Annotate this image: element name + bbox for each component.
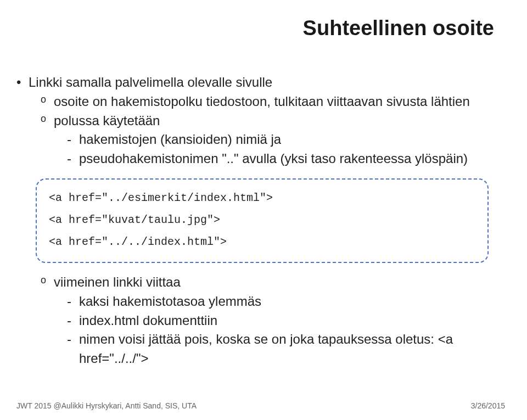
bullet-l2: polussa käytetään [41,111,500,131]
bullet-l3: pseudohakemistonimen ".." avulla (yksi t… [67,149,500,169]
slide-footer: JWT 2015 @Aulikki Hyrskykari, Antti Sand… [16,401,505,410]
slide-content: Linkki samalla palvelimella olevalle siv… [16,73,500,368]
bullet-l2: osoite on hakemistopolku tiedostoon, tul… [41,92,500,111]
bullet-l3: nimen voisi jättää pois, koska se on jok… [67,330,500,368]
code-line: <a href="kuvat/taulu.jpg"> [49,209,475,231]
bullet-l3: hakemistojen (kansioiden) nimiä ja [67,130,500,149]
footer-right: 3/26/2015 [471,401,505,410]
bullet-l2: viimeinen linkki viittaa [41,273,500,292]
bullet-l1: Linkki samalla palvelimella olevalle siv… [16,73,500,92]
code-example-box: <a href="../esimerkit/index.html"> <a hr… [36,178,489,263]
code-line: <a href="../../index.html"> [49,231,475,253]
code-line: <a href="../esimerkit/index.html"> [49,187,475,209]
bullet-l3: index.html dokumenttiin [67,311,500,331]
footer-left: JWT 2015 @Aulikki Hyrskykari, Antti Sand… [16,401,197,410]
bullet-l3: kaksi hakemistotasoa ylemmäs [67,292,500,311]
slide-title: Suhteellinen osoite [16,16,500,40]
